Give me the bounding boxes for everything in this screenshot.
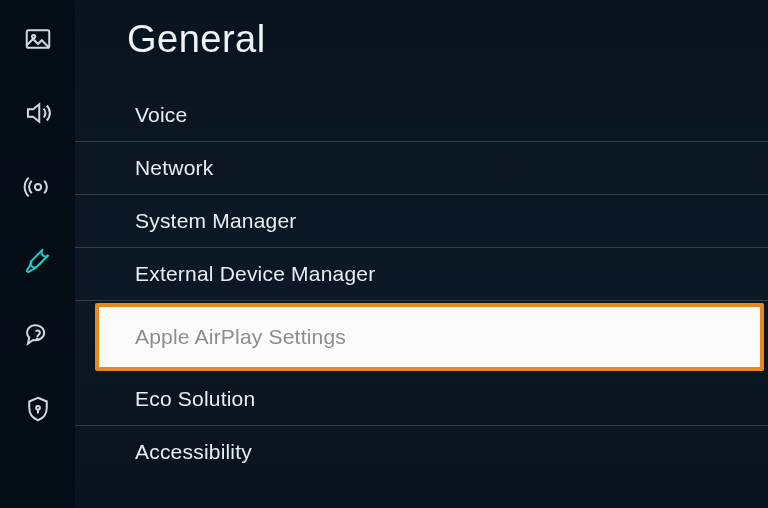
picture-icon[interactable] xyxy=(21,22,55,56)
svg-point-3 xyxy=(36,338,38,340)
menu-item-eco-solution[interactable]: Eco Solution xyxy=(75,373,768,426)
menu-item-accessibility[interactable]: Accessibility xyxy=(75,426,768,478)
settings-main: General Voice Network System Manager Ext… xyxy=(75,0,768,508)
menu-item-voice[interactable]: Voice xyxy=(75,89,768,142)
svg-point-2 xyxy=(34,184,40,190)
menu-item-system-manager[interactable]: System Manager xyxy=(75,195,768,248)
privacy-icon[interactable] xyxy=(21,392,55,426)
menu-item-apple-airplay-settings[interactable]: Apple AirPlay Settings xyxy=(99,307,760,367)
sound-icon[interactable] xyxy=(21,96,55,130)
support-icon[interactable] xyxy=(21,318,55,352)
page-title: General xyxy=(75,18,768,61)
svg-point-4 xyxy=(36,406,40,410)
settings-menu-list: Voice Network System Manager External De… xyxy=(75,89,768,478)
general-icon[interactable] xyxy=(21,244,55,278)
highlight-frame: Apple AirPlay Settings xyxy=(95,303,764,371)
broadcasting-icon[interactable] xyxy=(21,170,55,204)
menu-item-network[interactable]: Network xyxy=(75,142,768,195)
settings-sidebar xyxy=(0,0,75,508)
svg-point-1 xyxy=(32,35,35,38)
menu-item-external-device-manager[interactable]: External Device Manager xyxy=(75,248,768,301)
